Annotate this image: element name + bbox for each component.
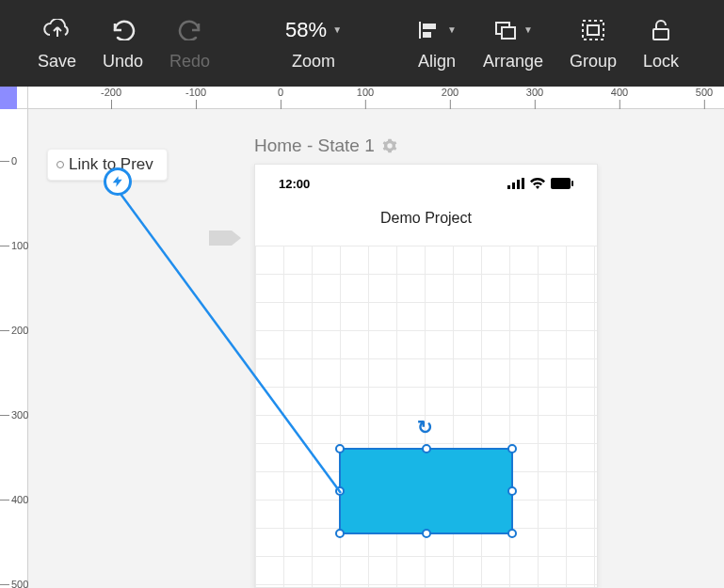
h-tick: 200: [442, 87, 459, 98]
svg-rect-9: [512, 183, 515, 189]
redo-label: Redo: [169, 52, 210, 72]
h-tick: 0: [278, 87, 283, 98]
canvas[interactable]: Link to Prev Home - State 1 12:00 Demo P…: [28, 109, 724, 588]
redo-button: Redo: [169, 16, 210, 72]
battery-icon: [551, 178, 573, 189]
signal-icon: [507, 178, 524, 189]
align-button[interactable]: ▼ Align: [417, 16, 457, 72]
lock-button[interactable]: Lock: [643, 16, 679, 72]
h-tick: -200: [101, 87, 121, 98]
page-title-row[interactable]: Home - State 1: [254, 135, 397, 156]
zoom-value: 58% ▼: [285, 16, 342, 44]
cloud-upload-icon: [43, 16, 72, 44]
undo-icon: [111, 16, 136, 44]
svg-rect-8: [507, 185, 510, 189]
v-tick: 400: [11, 494, 28, 505]
device-statusbar: 12:00: [255, 165, 597, 202]
v-tick: 200: [11, 325, 28, 336]
arrange-label: Arrange: [483, 52, 543, 72]
arrange-icon: ▼: [493, 16, 533, 44]
svg-rect-2: [423, 32, 431, 38]
h-tick: -100: [185, 87, 206, 98]
svg-rect-4: [502, 27, 515, 39]
redo-icon: [178, 16, 202, 44]
v-tick: 300: [11, 409, 28, 421]
resize-handle-s[interactable]: [422, 529, 431, 538]
wifi-icon: [530, 178, 545, 189]
group-label: Group: [570, 52, 617, 72]
zoom-control[interactable]: 58% ▼ Zoom: [285, 16, 342, 72]
resize-handle-se[interactable]: [507, 529, 517, 538]
svg-rect-12: [551, 178, 571, 189]
selected-shape[interactable]: ↻: [339, 448, 513, 534]
ruler-horizontal[interactable]: -200 -100 0 100 200 300 400 500: [0, 87, 724, 109]
svg-rect-10: [517, 180, 520, 189]
h-tick: 100: [357, 87, 374, 98]
resize-handle-sw[interactable]: [335, 529, 345, 538]
save-label: Save: [38, 52, 76, 72]
resize-handle-ne[interactable]: [507, 444, 517, 453]
v-tick: 500: [11, 579, 28, 588]
group-icon: [581, 16, 605, 44]
origin-marker: [0, 87, 17, 109]
svg-rect-6: [587, 25, 599, 35]
device-project-title: Demo Project: [255, 202, 597, 242]
page-arrow-icon: [209, 228, 243, 252]
zoom-label: Zoom: [292, 52, 335, 72]
rotate-handle-icon[interactable]: ↻: [417, 416, 433, 438]
gear-icon[interactable]: [382, 138, 397, 153]
undo-button[interactable]: Undo: [103, 16, 143, 72]
chevron-down-icon: ▼: [332, 16, 342, 44]
svg-rect-7: [653, 29, 668, 40]
svg-rect-5: [583, 21, 603, 40]
resize-handle-w[interactable]: [335, 486, 345, 496]
resize-handle-e[interactable]: [507, 486, 517, 496]
v-tick: 0: [11, 155, 17, 167]
chevron-down-icon: ▼: [523, 24, 533, 35]
group-button[interactable]: Group: [570, 16, 617, 72]
resize-handle-nw[interactable]: [335, 444, 345, 453]
toolbar: Save Undo Redo 58% ▼ Zoom ▼ Align ▼ Arra…: [0, 0, 724, 87]
svg-rect-0: [419, 22, 421, 39]
chevron-down-icon: ▼: [447, 24, 457, 35]
align-icon: ▼: [417, 16, 457, 44]
lock-icon: [651, 16, 671, 44]
svg-rect-13: [571, 181, 573, 186]
statusbar-icons: [507, 178, 573, 189]
ruler-vertical[interactable]: 0 100 200 300 400 500: [0, 109, 28, 588]
svg-rect-1: [423, 24, 436, 29]
statusbar-time: 12:00: [279, 177, 310, 191]
align-label: Align: [418, 52, 456, 72]
zoom-percent: 58%: [285, 16, 327, 44]
resize-handle-n[interactable]: [422, 444, 431, 453]
h-tick: 400: [611, 87, 628, 98]
page-title: Home - State 1: [254, 135, 375, 156]
arrange-button[interactable]: ▼ Arrange: [483, 16, 543, 72]
lock-label: Lock: [643, 52, 679, 72]
svg-rect-11: [522, 178, 524, 189]
undo-label: Undo: [103, 52, 143, 72]
h-tick: 500: [696, 87, 713, 98]
v-tick: 100: [11, 240, 28, 251]
h-tick: 300: [526, 87, 543, 98]
save-button[interactable]: Save: [38, 16, 76, 72]
interaction-bolt-icon[interactable]: [104, 167, 132, 196]
